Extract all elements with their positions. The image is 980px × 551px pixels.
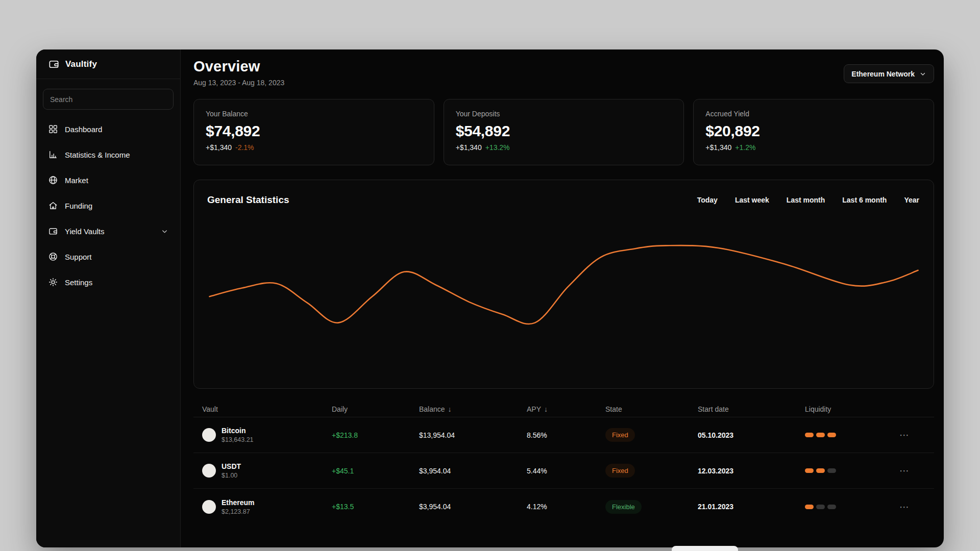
general-statistics-panel: General Statistics Today Last week Last … — [193, 180, 934, 389]
lifebuoy-icon — [48, 252, 58, 262]
chevron-down-icon — [161, 228, 168, 235]
column-header-state: State — [605, 405, 698, 413]
sidebar-item-label: Market — [65, 176, 88, 185]
table-header: Vault Daily Balance↓ APY↓ State Start da… — [193, 405, 934, 417]
stat-card-label: Your Balance — [206, 110, 422, 118]
sidebar-item-funding[interactable]: Funding — [48, 193, 168, 218]
cell-start-date: 05.10.2023 — [698, 431, 805, 439]
filter-last-week[interactable]: Last week — [735, 196, 769, 204]
sort-desc-icon: ↓ — [448, 405, 452, 413]
bar-chart-icon — [48, 149, 58, 160]
column-header-balance[interactable]: Balance↓ — [419, 405, 527, 413]
cell-daily: +$213.8 — [332, 431, 419, 439]
sidebar-item-label: Yield Vaults — [65, 227, 105, 236]
stat-card-value: $20,892 — [705, 122, 922, 140]
row-menu-icon[interactable]: ⋯ — [899, 433, 934, 437]
sidebar-item-yield-vaults[interactable]: Yield Vaults — [48, 218, 168, 244]
vault-price: $2,123.87 — [222, 508, 255, 515]
sidebar-item-label: Dashboard — [65, 125, 102, 134]
stat-card-change: +$1,340 — [705, 143, 731, 152]
sidebar-item-dashboard[interactable]: Dashboard — [48, 116, 168, 142]
vault-coin-avatar — [202, 428, 216, 442]
stat-card-your-balance: Your Balance $74,892 +$1,340 -2.1% — [193, 99, 434, 165]
filter-last-6-month[interactable]: Last 6 month — [842, 196, 887, 204]
cell-balance: $13,954.04 — [419, 431, 527, 439]
chart-time-filters: Today Last week Last month Last 6 month … — [697, 196, 919, 204]
main-content: Overview Aug 13, 2023 - Aug 18, 2023 Eth… — [181, 49, 944, 547]
column-header-apy[interactable]: APY↓ — [527, 405, 605, 413]
statistics-line-chart — [194, 180, 934, 388]
sidebar-item-label: Support — [65, 253, 92, 261]
table-row-usdt[interactable]: USDT $1.00 +$45.1 $3,954.04 5.44% Fixed … — [193, 453, 934, 489]
sidebar-nav: Dashboard Statistics & Income Market Fun… — [36, 116, 180, 295]
column-header-start-date: Start date — [698, 405, 805, 413]
sort-desc-icon: ↓ — [544, 405, 548, 413]
network-selector-label: Ethereum Network — [851, 70, 915, 78]
filter-year[interactable]: Year — [904, 196, 919, 204]
date-range: Aug 13, 2023 - Aug 18, 2023 — [193, 79, 284, 87]
vault-name: Bitcoin — [222, 427, 254, 435]
filter-today[interactable]: Today — [697, 196, 718, 204]
sidebar: Vaultify Dashboard Statistics & Income — [36, 49, 181, 547]
stat-card-change: +$1,340 — [456, 143, 482, 152]
row-menu-icon[interactable]: ⋯ — [899, 468, 934, 473]
stat-card-label: Accrued Yield — [705, 110, 922, 118]
chevron-down-icon — [919, 70, 926, 78]
sidebar-item-market[interactable]: Market — [48, 167, 168, 193]
vaults-table: Vault Daily Balance↓ APY↓ State Start da… — [193, 405, 934, 524]
stat-card-change: +$1,340 — [206, 143, 232, 152]
stat-card-your-deposits: Your Deposits $54,892 +$1,340 +13.2% — [444, 99, 684, 165]
liquidity-indicator — [805, 505, 899, 509]
cell-start-date: 21.01.2023 — [698, 503, 805, 511]
sidebar-item-settings[interactable]: Settings — [48, 269, 168, 295]
stat-card-change-pct: +13.2% — [485, 143, 510, 152]
sidebar-item-statistics-income[interactable]: Statistics & Income — [48, 142, 168, 167]
dashboard-grid-icon — [48, 124, 58, 134]
state-badge: Fixed — [605, 464, 635, 478]
vault-coin-avatar — [202, 464, 216, 478]
sidebar-item-label: Funding — [65, 202, 92, 210]
stat-card-value: $74,892 — [206, 122, 422, 140]
cell-balance: $3,954.04 — [419, 467, 527, 475]
stat-card-accrued-yield: Accrued Yield $20,892 +$1,340 +1.2% — [693, 99, 934, 165]
search-input[interactable] — [43, 89, 174, 110]
chart-title: General Statistics — [207, 194, 289, 206]
column-header-daily: Daily — [332, 405, 419, 413]
stat-card-change-pct: +1.2% — [735, 143, 755, 152]
liquidity-indicator — [805, 433, 899, 437]
sidebar-item-support[interactable]: Support — [48, 244, 168, 269]
table-row-bitcoin[interactable]: Bitcoin $13,643.21 +$213.8 $13,954.04 8.… — [193, 417, 934, 453]
table-row-ethereum[interactable]: Ethereum $2,123.87 +$13.5 $3,954.04 4.12… — [193, 489, 934, 524]
vault-price: $1.00 — [222, 472, 241, 479]
cell-apy: 8.56% — [527, 431, 605, 439]
stat-card-change-pct: -2.1% — [235, 143, 254, 152]
stats-cards-row: Your Balance $74,892 +$1,340 -2.1% Your … — [193, 99, 934, 165]
column-header-liquidity: Liquidity — [805, 405, 899, 413]
state-badge: Fixed — [605, 428, 635, 442]
row-menu-icon[interactable]: ⋯ — [899, 505, 934, 509]
column-header-vault: Vault — [202, 405, 332, 413]
cell-apy: 5.44% — [527, 467, 605, 475]
vault-price: $13,643.21 — [222, 436, 254, 443]
gear-icon — [48, 277, 58, 287]
vault-coin-avatar — [202, 500, 216, 514]
home-icon — [48, 201, 58, 211]
globe-icon — [48, 175, 58, 185]
app-logo: Vaultify — [36, 49, 180, 79]
cell-start-date: 12.03.2023 — [698, 467, 805, 475]
liquidity-indicator — [805, 468, 899, 473]
cell-daily: +$45.1 — [332, 467, 419, 475]
app-name: Vaultify — [65, 59, 97, 69]
cell-daily: +$13.5 — [332, 503, 419, 511]
vault-name: USDT — [222, 462, 241, 470]
cell-apy: 4.12% — [527, 503, 605, 511]
partial-bottom-element — [672, 546, 738, 551]
state-badge: Flexible — [605, 500, 642, 514]
app-window: Vaultify Dashboard Statistics & Income — [36, 49, 944, 547]
filter-last-month[interactable]: Last month — [787, 196, 825, 204]
wallet-icon — [48, 58, 60, 70]
sidebar-item-label: Statistics & Income — [65, 151, 130, 159]
network-selector-button[interactable]: Ethereum Network — [844, 64, 934, 83]
page-title: Overview — [193, 58, 284, 75]
vault-name: Ethereum — [222, 498, 255, 507]
